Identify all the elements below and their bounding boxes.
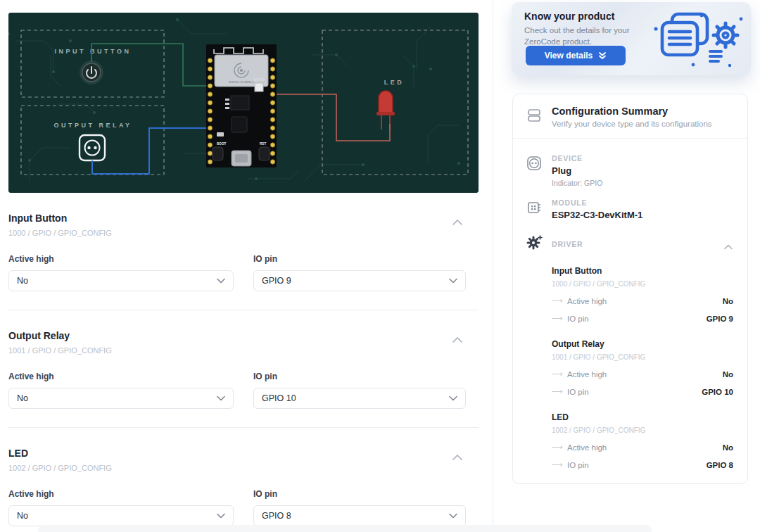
pcb-illustration: INPUT BUTTON OUTPUT RELAY bbox=[8, 13, 479, 193]
boot-button bbox=[213, 147, 223, 160]
output-relay-zone-label: OUTPUT RELAY bbox=[53, 122, 132, 129]
know-your-product-card: Know your product Check out the details … bbox=[512, 2, 751, 75]
section-title: Input Button bbox=[8, 213, 479, 224]
entry-name: Output Relay bbox=[552, 339, 733, 349]
input-button-zone-label: INPUT BUTTON bbox=[55, 48, 132, 55]
row-value: GPIO 8 bbox=[707, 461, 733, 469]
summary-body: DEVICE Plug Indicator: GPIO bbox=[513, 139, 747, 483]
entry-row: ⟶ IO pin GPIO 10 bbox=[552, 383, 733, 400]
row-label: Active high bbox=[567, 443, 607, 452]
row-value: GPIO 10 bbox=[702, 388, 733, 396]
rst-button bbox=[259, 147, 270, 160]
double-chevron-down-icon bbox=[598, 52, 607, 60]
chevron-up-icon[interactable] bbox=[723, 241, 733, 248]
rgb-led-component bbox=[255, 83, 263, 91]
row-value: No bbox=[723, 370, 733, 379]
arrow-icon: ⟶ bbox=[552, 443, 567, 452]
config-sections: Input Button 1000 / GPIO / GPIO_CONFIG A… bbox=[8, 193, 479, 532]
active-high-select[interactable]: No bbox=[8, 505, 234, 526]
module-silkscreen-text: ESP32-C3-MINI-1 bbox=[229, 80, 254, 84]
field-active-high: Active high No bbox=[8, 254, 234, 291]
chevron-down-icon bbox=[217, 278, 225, 284]
field-label: IO pin bbox=[253, 489, 466, 499]
view-details-label: View details bbox=[545, 51, 593, 61]
io-pin-select[interactable]: GPIO 8 bbox=[253, 505, 466, 526]
summary-header: Configuration Summary Verify your device… bbox=[513, 94, 747, 139]
section-output-relay: Output Relay 1001 / GPIO / GPIO_CONFIG A… bbox=[8, 310, 479, 428]
arrow-icon: ⟶ bbox=[552, 387, 567, 396]
main-content: INPUT BUTTON OUTPUT RELAY bbox=[0, 0, 493, 532]
select-value: GPIO 8 bbox=[262, 511, 291, 521]
driver-entry-input-button: Input Button 1000 / GPIO / GPIO_CONFIG ⟶… bbox=[552, 266, 733, 327]
select-value: No bbox=[17, 511, 28, 521]
chevron-up-icon[interactable] bbox=[452, 452, 463, 460]
select-value: GPIO 10 bbox=[262, 393, 296, 403]
row-value: No bbox=[723, 297, 733, 305]
entry-meta: 1000 / GPIO / GPIO_CONFIG bbox=[552, 280, 733, 288]
gpio8-label: GPIO8 bbox=[253, 77, 265, 82]
device-label: DEVICE bbox=[552, 154, 602, 163]
gear-plus-icon bbox=[526, 234, 543, 254]
entry-row: ⟶ Active high No bbox=[552, 365, 733, 383]
field-label: Active high bbox=[8, 489, 234, 499]
active-high-select[interactable]: No bbox=[8, 270, 234, 291]
page: INPUT BUTTON OUTPUT RELAY bbox=[0, 0, 760, 532]
select-value: No bbox=[17, 276, 28, 286]
stack-icon bbox=[526, 106, 543, 128]
row-label: IO pin bbox=[567, 461, 589, 469]
io-pin-select[interactable]: GPIO 10 bbox=[253, 388, 466, 409]
arrow-icon: ⟶ bbox=[552, 369, 567, 379]
device-group: DEVICE Plug Indicator: GPIO bbox=[526, 154, 733, 187]
field-io-pin: IO pin GPIO 8 bbox=[253, 489, 466, 526]
entry-row: ⟶ IO pin GPIO 8 bbox=[552, 456, 733, 474]
row-value: No bbox=[723, 443, 733, 452]
arrow-icon: ⟶ bbox=[552, 314, 567, 323]
power-button-icon bbox=[80, 61, 103, 84]
led-zone-label: LED bbox=[384, 79, 405, 86]
select-value: GPIO 9 bbox=[262, 276, 291, 286]
section-meta: 1002 / GPIO / GPIO_CONFIG bbox=[8, 464, 479, 472]
section-meta: 1001 / GPIO / GPIO_CONFIG bbox=[8, 346, 479, 355]
boot-label: BOOT bbox=[217, 142, 226, 146]
next-section-peek bbox=[38, 525, 652, 532]
chevron-down-icon bbox=[217, 395, 225, 401]
row-label: IO pin bbox=[567, 315, 589, 323]
docs-gear-illustration-icon bbox=[651, 11, 744, 71]
module-label: MODULE bbox=[552, 198, 642, 207]
field-io-pin: IO pin GPIO 9 bbox=[253, 254, 466, 291]
driver-entry-output-relay: Output Relay 1001 / GPIO / GPIO_CONFIG ⟶… bbox=[552, 339, 733, 400]
rst-label: RST bbox=[260, 142, 266, 146]
section-input-button: Input Button 1000 / GPIO / GPIO_CONFIG A… bbox=[8, 193, 479, 310]
entry-meta: 1001 / GPIO / GPIO_CONFIG bbox=[552, 353, 733, 361]
chevron-up-icon[interactable] bbox=[452, 334, 463, 343]
field-label: IO pin bbox=[253, 254, 466, 264]
chevron-down-icon bbox=[449, 278, 457, 284]
device-name: Plug bbox=[552, 165, 602, 176]
know-product-title: Know your product bbox=[524, 11, 614, 22]
device-indicator: Indicator: GPIO bbox=[552, 179, 602, 187]
chevron-down-icon bbox=[449, 513, 457, 519]
view-details-button[interactable]: View details bbox=[526, 46, 626, 65]
summary-title: Configuration Summary bbox=[552, 106, 712, 117]
section-title: Output Relay bbox=[8, 330, 479, 341]
row-label: Active high bbox=[567, 370, 607, 379]
chevron-up-icon[interactable] bbox=[452, 217, 463, 225]
active-high-select[interactable]: No bbox=[8, 388, 234, 409]
driver-entries: Input Button 1000 / GPIO / GPIO_CONFIG ⟶… bbox=[552, 266, 733, 483]
arrow-icon: ⟶ bbox=[552, 460, 567, 469]
section-title: LED bbox=[8, 448, 479, 459]
io-pin-select[interactable]: GPIO 9 bbox=[253, 270, 466, 291]
summary-subtitle: Verify your device type and its configur… bbox=[552, 120, 712, 128]
field-io-pin: IO pin GPIO 10 bbox=[253, 372, 466, 409]
module-group: MODULE ESP32-C3-DevKitM-1 bbox=[526, 198, 733, 220]
field-label: Active high bbox=[8, 254, 234, 264]
entry-row: ⟶ Active high No bbox=[552, 438, 733, 456]
plug-socket-icon bbox=[526, 154, 543, 187]
arrow-icon: ⟶ bbox=[552, 296, 567, 305]
row-label: Active high bbox=[567, 297, 607, 305]
chip-icon bbox=[526, 198, 543, 220]
field-active-high: Active high No bbox=[8, 489, 234, 526]
field-label: IO pin bbox=[253, 372, 466, 381]
field-label: Active high bbox=[8, 372, 234, 381]
entry-name: LED bbox=[552, 412, 733, 422]
